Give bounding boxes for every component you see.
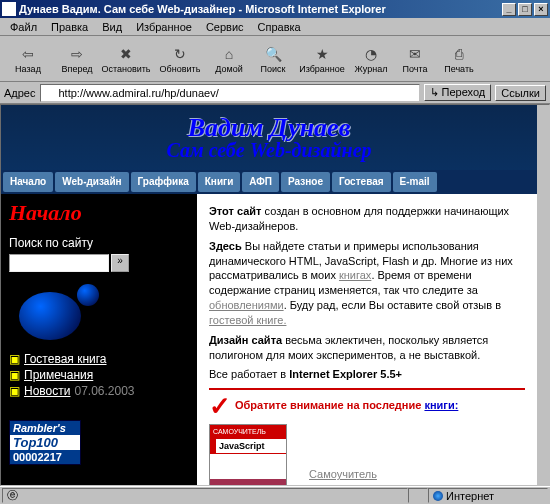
banner-subtitle: Сам себе Web-дизайнер: [166, 139, 371, 162]
banner: Вадим Дунаев Сам себе Web-дизайнер: [1, 105, 537, 170]
ie-requirement: Все работает в Internet Explorer 5.5+: [209, 367, 525, 382]
back-icon: ⇦: [18, 44, 38, 64]
viewport: Вадим Дунаев Сам себе Web-дизайнер Начал…: [0, 104, 550, 486]
menu-view[interactable]: Вид: [96, 20, 128, 33]
links-button[interactable]: Ссылки: [495, 85, 546, 101]
book-link-js[interactable]: Самоучитель JavaScript: [309, 467, 399, 485]
nav-books[interactable]: Книги: [198, 172, 241, 192]
favorites-button[interactable]: ★Избранное: [298, 39, 346, 79]
go-button[interactable]: ↳ Переход: [424, 84, 492, 101]
bullet-icon: ▣: [9, 352, 20, 366]
forward-icon: ⇨: [67, 44, 87, 64]
link-notes[interactable]: Примечания: [24, 368, 93, 382]
ie-icon: [2, 2, 16, 16]
nav-webdesign[interactable]: Web-дизайн: [55, 172, 128, 192]
menu-file[interactable]: Файл: [4, 20, 43, 33]
address-label: Адрес: [4, 87, 36, 99]
divider: [209, 388, 525, 390]
home-button[interactable]: ⌂Домой: [210, 39, 248, 79]
link-latest-books[interactable]: книги:: [424, 399, 458, 411]
mail-button[interactable]: ✉Почта: [396, 39, 434, 79]
bullet-icon: ▣: [9, 368, 20, 382]
link-updates[interactable]: обновлениями: [209, 299, 284, 311]
link-books[interactable]: книгах: [339, 269, 371, 281]
home-icon: ⌂: [219, 44, 239, 64]
menu-tools[interactable]: Сервис: [200, 20, 250, 33]
section-title: Начало: [9, 200, 189, 226]
status-message: ⓔ: [2, 488, 408, 503]
site-nav: Начало Web-дизайн Граффика Книги АФП Раз…: [1, 170, 537, 194]
search-icon: 🔍: [263, 44, 283, 64]
book-cover-js[interactable]: САМОУЧИТЕЛЬ JavaScript: [209, 424, 287, 485]
ie-small-icon: ⓔ: [7, 488, 18, 503]
news-date: 07.06.2003: [74, 384, 134, 398]
nav-misc[interactable]: Разное: [281, 172, 330, 192]
nav-email[interactable]: E-mail: [393, 172, 437, 192]
nav-graphics[interactable]: Граффика: [131, 172, 196, 192]
close-button[interactable]: ×: [534, 3, 548, 16]
mail-icon: ✉: [405, 44, 425, 64]
titlebar: Дунаев Вадим. Сам себе Web-дизайнер - Mi…: [0, 0, 550, 18]
site-search-go[interactable]: »: [111, 254, 129, 272]
menu-favorites[interactable]: Избранное: [130, 20, 198, 33]
minimize-button[interactable]: _: [502, 3, 516, 16]
maximize-button[interactable]: □: [518, 3, 532, 16]
menubar: Файл Правка Вид Избранное Сервис Справка: [0, 18, 550, 36]
window-title: Дунаев Вадим. Сам себе Web-дизайнер - Mi…: [19, 3, 502, 15]
search-button[interactable]: 🔍Поиск: [254, 39, 292, 79]
stop-icon: ✖: [116, 44, 136, 64]
blob-graphic: [19, 284, 119, 344]
page-body[interactable]: Вадим Дунаев Сам себе Web-дизайнер Начал…: [1, 105, 537, 485]
refresh-button[interactable]: ↻Обновить: [156, 39, 204, 79]
print-icon: ⎙: [449, 44, 469, 64]
address-input[interactable]: [40, 84, 420, 102]
search-label: Поиск по сайту: [9, 236, 189, 250]
link-guestbook[interactable]: Гостевая книга: [24, 352, 107, 366]
nav-guestbook[interactable]: Гостевая: [332, 172, 391, 192]
statusbar: ⓔ Интернет: [0, 486, 550, 504]
globe-icon: [433, 491, 443, 501]
back-button[interactable]: ⇦Назад: [4, 39, 52, 79]
link-news[interactable]: Новости: [24, 384, 70, 398]
link-guestbook2[interactable]: гостевой книге.: [209, 314, 286, 326]
stop-button[interactable]: ✖Остановить: [102, 39, 150, 79]
star-icon: ★: [312, 44, 332, 64]
menu-edit[interactable]: Правка: [45, 20, 94, 33]
journal-icon: ◔: [361, 44, 381, 64]
journal-button[interactable]: ◔Журнал: [352, 39, 390, 79]
bullet-icon: ▣: [9, 384, 20, 398]
print-button[interactable]: ⎙Печать: [440, 39, 478, 79]
address-bar: Адрес ↳ Переход Ссылки: [0, 82, 550, 104]
refresh-icon: ↻: [170, 44, 190, 64]
notice-text: Обратите внимание на последние книги:: [235, 398, 458, 413]
check-icon: ✓: [209, 398, 231, 414]
sidebar: Начало Поиск по сайту » ▣Гостевая книга …: [1, 194, 197, 485]
site-search-input[interactable]: [9, 254, 109, 272]
nav-start[interactable]: Начало: [3, 172, 53, 192]
rambler-counter[interactable]: Rambler's Top100 00002217: [9, 420, 81, 465]
menu-help[interactable]: Справка: [252, 20, 307, 33]
content: Этот сайт создан в основном для поддержк…: [197, 194, 537, 485]
toolbar: ⇦Назад ⇨Вперед ✖Остановить ↻Обновить ⌂До…: [0, 36, 550, 82]
forward-button[interactable]: ⇨Вперед: [58, 39, 96, 79]
nav-afp[interactable]: АФП: [242, 172, 279, 192]
zone-cell: Интернет: [428, 488, 548, 503]
